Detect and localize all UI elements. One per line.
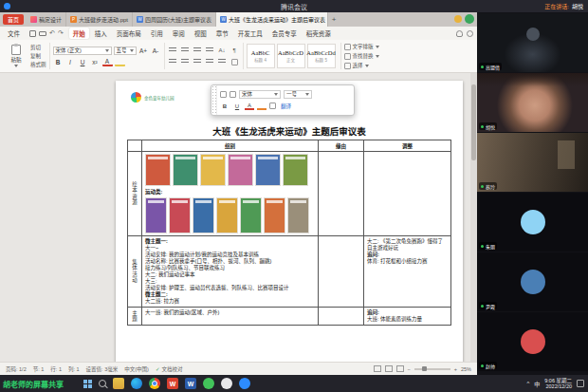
style-chip[interactable]: AaBbCcD 正文 [277, 44, 305, 68]
participant-nametag: 胡悦 [479, 122, 497, 130]
zoom-knob[interactable] [422, 366, 427, 371]
taskbar-clock[interactable]: 9:06 星期二 2022/12/20 [544, 378, 572, 390]
input-language-indicator[interactable]: 中 [534, 380, 540, 388]
underline-button[interactable]: U [78, 57, 88, 66]
participant-tile[interactable]: 蔡玲 [477, 133, 588, 192]
doc-tab-weekly-plan[interactable]: W 四周园历(大班)主题审议表 [133, 12, 216, 27]
menu-tab-sections[interactable]: 章节 [212, 28, 232, 39]
menu-tab-references[interactable]: 引用 [147, 28, 167, 39]
copy-button[interactable]: 复制 [30, 52, 46, 60]
menu-tab-view[interactable]: 视图 [191, 28, 211, 39]
collaborate-icon[interactable] [467, 30, 473, 37]
font-size-select[interactable]: 五号 [114, 47, 137, 55]
style-chip[interactable]: AaBbC 标题 4 [247, 44, 275, 68]
wechat-icon[interactable] [203, 378, 214, 389]
popup-size-select[interactable]: 一号 [284, 90, 312, 99]
indent-icon[interactable] [205, 46, 215, 55]
numbered-list-icon[interactable] [180, 46, 191, 55]
new-tab-button[interactable]: + [328, 12, 340, 27]
format-painter-button[interactable]: 格式刷 [30, 61, 46, 68]
view-mode-icon[interactable] [374, 365, 381, 372]
participant-tile[interactable]: 胡悦 [477, 73, 588, 132]
grow-font-button[interactable]: A+ [138, 46, 149, 55]
popup-bold-button[interactable]: B [220, 102, 230, 110]
view-mode-icon[interactable] [385, 365, 393, 372]
start-button[interactable] [83, 380, 92, 388]
menu-tab-insert[interactable]: 插入 [91, 28, 111, 39]
zoom-out-button[interactable]: − [408, 366, 411, 372]
shading-icon[interactable] [230, 57, 240, 66]
scrollbar-thumb[interactable] [471, 84, 476, 160]
menu-tab-page-layout[interactable]: 页面布局 [113, 28, 145, 39]
wps-icon[interactable]: W [167, 378, 178, 389]
search-icon[interactable] [99, 380, 106, 387]
italic-button[interactable]: I [65, 57, 76, 66]
align-justify-icon[interactable] [205, 57, 215, 66]
format-painter-mini-icon[interactable] [230, 91, 236, 98]
edge-browser-icon[interactable] [131, 378, 142, 389]
proofing-status[interactable]: ✓ 文档校对 [156, 365, 183, 373]
notification-center-icon[interactable] [577, 380, 584, 387]
menu-tab-home[interactable]: 开始 [69, 28, 89, 39]
menu-tab-member[interactable]: 会员专享 [268, 28, 301, 39]
popup-underline-button[interactable]: U [232, 102, 242, 110]
document-page[interactable]: 金色童年幼儿园 宋体 一号 [116, 81, 463, 362]
font-name-select[interactable]: 宋体 (正文) [53, 47, 112, 55]
menu-tab-docer[interactable]: 稻壳资源 [303, 28, 335, 39]
popup-translate-button[interactable]: 翻译 [281, 103, 291, 110]
popup-font-select[interactable]: 宋体 [239, 90, 281, 99]
participant-tile[interactable]: 尹霞 [477, 252, 588, 311]
outdent-icon[interactable] [193, 46, 203, 55]
view-mode-icon[interactable] [396, 365, 404, 372]
save-icon[interactable] [29, 30, 36, 37]
tencent-meeting-icon[interactable] [239, 378, 250, 389]
superscript-button[interactable]: x² [90, 57, 101, 66]
select-button[interactable]: 选择 [344, 62, 379, 69]
align-right-icon[interactable] [193, 57, 203, 66]
member-diamond-icon[interactable] [454, 15, 462, 23]
bullet-list-icon[interactable] [168, 46, 178, 55]
redo-icon[interactable]: ↷ [58, 29, 64, 37]
participant-tile[interactable]: 高盟倩 [477, 13, 588, 72]
print-icon[interactable] [39, 31, 46, 36]
bell-icon[interactable] [456, 30, 463, 37]
align-center-icon[interactable] [180, 57, 191, 66]
wps-home-button[interactable]: 首页 [3, 14, 24, 25]
sort-icon[interactable]: A↓ [217, 46, 228, 55]
cut-button[interactable]: 剪切 [30, 44, 46, 51]
align-left-icon[interactable] [168, 57, 178, 66]
paste-button[interactable]: 粘贴 [4, 42, 28, 70]
floating-format-toolbar[interactable]: 宋体 一号 B U A [211, 84, 355, 116]
shrink-font-button[interactable]: A- [151, 46, 161, 55]
participant-tile[interactable]: 朱丽 [477, 193, 588, 252]
doc-tab-design[interactable]: 稿定设计 [27, 12, 66, 27]
pilcrow-icon[interactable]: ¶ [230, 46, 240, 55]
menu-file[interactable]: 文件 [4, 28, 24, 39]
highlight-color-button[interactable] [115, 57, 125, 66]
popup-table-icon[interactable] [269, 103, 276, 109]
paste-mini-icon[interactable] [220, 91, 227, 98]
file-explorer-icon[interactable] [113, 378, 124, 389]
zoom-in-button[interactable]: + [454, 366, 457, 372]
menu-tab-review[interactable]: 审阅 [169, 28, 189, 39]
doc-tab-ppt[interactable]: P 大班健步走活动.ppt [66, 12, 133, 27]
doc-tab-active-review-form[interactable]: W 大班《生龙活虎来运动》主题后审议表 [216, 12, 328, 27]
undo-icon[interactable]: ↶ [49, 29, 55, 37]
zoom-slider[interactable] [414, 368, 450, 370]
find-replace-button[interactable]: 查找替换 [344, 52, 379, 60]
user-avatar[interactable] [465, 14, 474, 24]
line-spacing-icon[interactable] [217, 57, 228, 66]
tray-expand-icon[interactable]: ^ [526, 381, 529, 386]
participant-tile[interactable]: 赵帅 [477, 312, 588, 371]
popup-highlight-button[interactable] [257, 102, 266, 110]
qq-icon[interactable] [221, 378, 232, 389]
vertical-scrollbar[interactable] [470, 73, 477, 362]
style-chip[interactable]: AaBbCcDd 标题 5 [307, 44, 336, 68]
bold-button[interactable]: B [53, 57, 64, 66]
font-color-button[interactable]: A [102, 57, 113, 66]
word-icon[interactable]: W [185, 378, 196, 389]
menu-tab-developer[interactable]: 开发工具 [234, 28, 266, 39]
popup-font-color-button[interactable]: A [245, 102, 254, 110]
text-layout-button[interactable]: 文字排版 [344, 43, 379, 50]
chrome-icon[interactable] [149, 378, 160, 389]
